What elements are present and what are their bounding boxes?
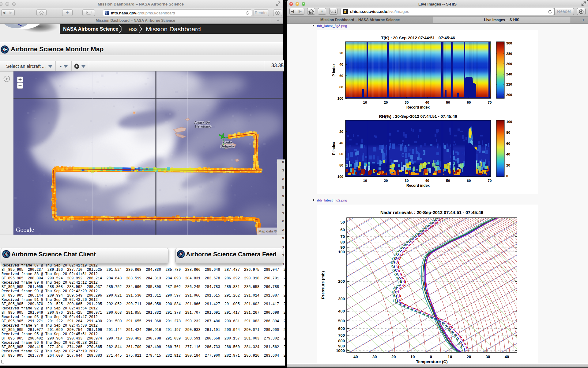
svg-text:10: 10: [448, 355, 452, 359]
svg-text:40: 40: [339, 63, 343, 66]
svg-text:1000: 1000: [336, 348, 345, 353]
svg-text:20: 20: [467, 355, 471, 359]
svg-text:60: 60: [506, 142, 510, 145]
svg-text:70: 70: [488, 101, 492, 104]
svg-text:500: 500: [338, 319, 345, 323]
svg-text:50: 50: [446, 101, 450, 104]
svg-text:900: 900: [338, 344, 345, 348]
svg-text:100: 100: [506, 120, 512, 124]
svg-text:30: 30: [405, 101, 409, 104]
svg-text:50: 50: [341, 220, 345, 224]
svg-text:300: 300: [338, 297, 345, 301]
svg-text:Angra Do: Angra Do: [194, 121, 210, 124]
svg-text:80: 80: [341, 240, 345, 244]
svg-text:Nadir retrievals : 20-Sep-2012: Nadir retrievals : 20-Sep-2012 07:44:51 …: [380, 210, 483, 215]
svg-text:100: 100: [338, 250, 345, 254]
svg-text:40: 40: [425, 179, 429, 182]
svg-text:40: 40: [339, 141, 343, 145]
svg-text:100: 100: [337, 175, 343, 178]
svg-text:80: 80: [506, 131, 510, 134]
svg-text:300: 300: [506, 41, 512, 45]
svg-text:280: 280: [506, 52, 512, 56]
svg-text:40: 40: [425, 101, 429, 104]
svg-text:40: 40: [505, 355, 509, 359]
svg-text:P index: P index: [332, 142, 336, 155]
svg-text:0: 0: [506, 174, 508, 178]
svg-text:T(K) : 20-Sep-2012 07:44:51 -: T(K) : 20-Sep-2012 07:44:51 - 07:45:46: [381, 36, 455, 40]
svg-text:Google: Google: [16, 226, 34, 233]
svg-text:Record index: Record index: [406, 105, 430, 109]
svg-text:Ponta: Ponta: [222, 140, 232, 144]
svg-text:20: 20: [384, 101, 388, 104]
svg-text:10: 10: [363, 101, 367, 104]
svg-text:60: 60: [341, 228, 345, 232]
svg-text:30: 30: [486, 355, 490, 359]
svg-text:100: 100: [337, 97, 343, 100]
svg-text:70: 70: [341, 234, 345, 239]
svg-text:-30: -30: [371, 355, 377, 359]
svg-text:80: 80: [339, 163, 343, 167]
svg-text:P index: P index: [332, 63, 336, 77]
svg-text:20: 20: [339, 130, 343, 133]
svg-text:10: 10: [363, 179, 367, 182]
svg-text:Pressure (mb): Pressure (mb): [321, 271, 325, 299]
svg-text:20: 20: [506, 163, 510, 167]
svg-text:-40: -40: [352, 355, 358, 359]
svg-text:700: 700: [338, 333, 345, 338]
svg-text:240: 240: [506, 72, 512, 76]
svg-text:200: 200: [506, 93, 512, 97]
svg-text:70: 70: [488, 179, 492, 182]
svg-text:Record index: Record index: [406, 183, 430, 188]
svg-text:20: 20: [339, 51, 343, 55]
svg-text:40: 40: [506, 152, 510, 156]
svg-text:260: 260: [506, 62, 512, 66]
svg-text:Delgada: Delgada: [221, 144, 234, 148]
svg-text:-20: -20: [390, 355, 396, 359]
svg-text:0: 0: [430, 355, 432, 359]
svg-text:30: 30: [405, 179, 409, 182]
svg-text:60: 60: [339, 74, 343, 78]
svg-text:800: 800: [338, 339, 345, 343]
svg-text:RH(%) : 20-Sep-2012 07:44:51 -: RH(%) : 20-Sep-2012 07:44:51 - 07:45:46: [379, 114, 457, 119]
svg-text:90: 90: [341, 245, 345, 250]
svg-text:600: 600: [338, 326, 345, 331]
svg-text:400: 400: [338, 309, 345, 313]
svg-text:Heroismo: Heroismo: [195, 125, 211, 128]
svg-text:Temperature (C): Temperature (C): [416, 359, 447, 364]
svg-text:50: 50: [446, 179, 450, 182]
svg-text:60: 60: [467, 101, 471, 104]
svg-text:200: 200: [338, 279, 345, 284]
svg-text:80: 80: [339, 85, 343, 89]
svg-text:-10: -10: [409, 355, 415, 359]
svg-text:60: 60: [339, 152, 343, 156]
svg-text:220: 220: [506, 82, 512, 86]
svg-text:20: 20: [384, 179, 388, 182]
svg-text:60: 60: [467, 179, 471, 182]
